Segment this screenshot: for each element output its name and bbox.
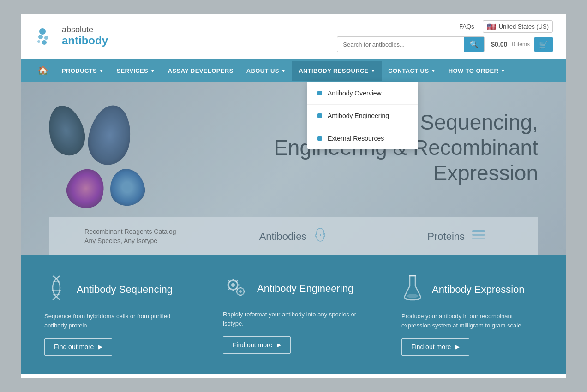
products-caret: ▼ — [99, 69, 103, 73]
nav-item-assay[interactable]: ASSAY DEVELOPERS — [162, 61, 240, 81]
svg-point-4 — [37, 40, 40, 43]
nav-item-antibody-resource[interactable]: ANTIBODY RESOURCE ▼ — [292, 61, 382, 81]
service-sequencing: Antibody Sequencing Sequence from hybrid… — [44, 274, 186, 356]
flask-icon — [401, 274, 424, 305]
nav-item-about[interactable]: ABOUT US ▼ — [240, 61, 292, 81]
product-card-proteins[interactable]: Proteins — [375, 217, 538, 255]
hero-blob-5 — [107, 166, 148, 208]
hero-blob-4 — [62, 164, 110, 213]
dropdown-item-engineering[interactable]: Antibody Engineering — [307, 105, 418, 127]
proteins-label: Proteins — [427, 231, 465, 243]
logo-icon — [34, 25, 57, 48]
nav-home[interactable]: 🏠 — [30, 59, 55, 82]
svg-rect-9 — [472, 234, 485, 236]
svg-point-18 — [239, 290, 242, 293]
cart-area: $0.00 0 items 🛒 — [491, 37, 553, 52]
logo[interactable]: absolute antibody — [34, 25, 108, 48]
contact-caret: ▼ — [431, 69, 435, 73]
how-to-order-caret: ▼ — [501, 69, 505, 73]
expression-title: Antibody Expression — [432, 284, 525, 296]
expression-desc: Produce your antibody in our recombinant… — [401, 312, 543, 330]
catalog-label: Recombinant Reagents Catalog — [84, 227, 176, 237]
hero-images — [49, 105, 144, 208]
logo-antibody-text: antibody — [62, 35, 108, 47]
header-bottom-bar: 🔍 $0.00 0 items 🛒 — [337, 36, 553, 52]
expression-btn-arrow: ▶ — [455, 344, 460, 350]
sequencing-btn-arrow: ▶ — [98, 344, 102, 350]
engineering-title: Antibody Engineering — [257, 283, 353, 295]
cart-icon[interactable]: 🛒 — [534, 37, 553, 52]
logo-absolute-text: absolute — [62, 25, 108, 35]
svg-point-3 — [42, 40, 47, 45]
services-section: Antibody Sequencing Sequence from hybrid… — [21, 255, 566, 374]
svg-point-20 — [407, 294, 418, 298]
product-card-catalog[interactable]: Recombinant Reagents Catalog Any Species… — [49, 217, 212, 255]
antibodies-label: Antibodies — [259, 231, 307, 243]
about-caret: ▼ — [282, 69, 286, 73]
sequencing-title: Antibody Sequencing — [77, 284, 173, 296]
search-input[interactable] — [337, 38, 464, 51]
dropdown-dot-2 — [317, 113, 322, 118]
dropdown-item-external[interactable]: External Resources — [307, 127, 418, 149]
hero-blob-2 — [84, 102, 135, 168]
flag-icon: 🇺🇸 — [487, 22, 496, 31]
dropdown-dot-1 — [317, 91, 322, 95]
services-caret: ▼ — [150, 69, 155, 73]
products-bar: Recombinant Reagents Catalog Any Species… — [49, 217, 538, 255]
svg-point-1 — [38, 35, 43, 39]
search-bar: 🔍 — [337, 36, 485, 52]
cart-icon-symbol: 🛒 — [539, 41, 548, 48]
search-button[interactable]: 🔍 — [464, 37, 484, 52]
engineering-desc: Rapidly reformat your antibody into any … — [223, 310, 364, 328]
engineering-btn-arrow: ▶ — [277, 342, 281, 348]
hero-blob-1 — [43, 101, 90, 160]
antibody-resource-dropdown: Antibody Overview Antibody Engineering E… — [307, 82, 418, 149]
svg-point-2 — [44, 36, 48, 40]
hero-content: Antibody Sequencing, Engineering & Recom… — [49, 101, 538, 208]
nav-item-services[interactable]: SERVICES ▼ — [110, 61, 161, 81]
search-icon: 🔍 — [470, 40, 479, 48]
dropdown-dot-3 — [317, 136, 322, 141]
header-right: FAQs 🇺🇸 United States (US) 🔍 $0.00 — [337, 20, 553, 52]
nav-item-products[interactable]: PRODUCTS ▼ — [55, 61, 110, 81]
service-expression: Antibody Expression Produce your antibod… — [401, 274, 543, 356]
antibody-resource-caret: ▼ — [371, 69, 375, 73]
antibody-icon — [313, 227, 328, 245]
header: absolute antibody FAQs 🇺🇸 United States … — [21, 14, 566, 59]
svg-rect-8 — [472, 230, 485, 232]
catalog-sublabel: Any Species, Any Isotype — [84, 237, 176, 246]
divider-2 — [383, 274, 383, 356]
expression-find-out-btn[interactable]: Find out more ▶ — [401, 338, 469, 356]
svg-point-16 — [231, 283, 235, 287]
service-engineering: Antibody Engineering Rapidly reformat yo… — [223, 274, 364, 356]
cart-items-count: 0 items — [512, 41, 530, 48]
nav-item-how-to-order[interactable]: HOW TO ORDER ▼ — [442, 61, 512, 81]
nav-item-contact[interactable]: CONTACT US ▼ — [382, 61, 442, 81]
protein-icon — [471, 228, 486, 244]
sequencing-find-out-btn[interactable]: Find out more ▶ — [44, 338, 112, 356]
cart-price: $0.00 — [491, 41, 507, 48]
header-top-bar: FAQs 🇺🇸 United States (US) — [459, 20, 553, 33]
product-card-antibodies[interactable]: Antibodies — [212, 217, 376, 255]
engineering-find-out-btn[interactable]: Find out more ▶ — [223, 336, 291, 354]
divider-1 — [204, 274, 204, 356]
faqs-link[interactable]: FAQs — [459, 23, 474, 30]
sequencing-desc: Sequence from hybridoma cells or from pu… — [44, 312, 186, 330]
home-icon: 🏠 — [38, 65, 48, 76]
gear-icon — [223, 274, 249, 303]
dropdown-item-overview[interactable]: Antibody Overview — [307, 82, 418, 105]
locale-text: United States (US) — [499, 23, 549, 30]
hero-section: Antibody Sequencing, Engineering & Recom… — [21, 82, 566, 255]
svg-rect-10 — [472, 238, 485, 239]
locale-selector[interactable]: 🇺🇸 United States (US) — [483, 20, 553, 33]
nav-bar: 🏠 PRODUCTS ▼ SERVICES ▼ ASSAY DEVELOPERS… — [21, 59, 566, 82]
svg-point-0 — [39, 28, 46, 35]
dna-icon — [44, 274, 68, 305]
